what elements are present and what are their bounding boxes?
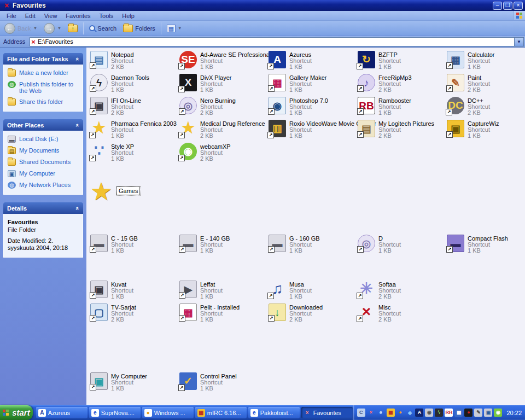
place-my-network-places[interactable]: ◍ My Network Places <box>8 182 79 189</box>
item-calculator[interactable]: ▦CalculatorShortcut1 KB <box>447 51 525 74</box>
back-button[interactable]: ← Back ▼ <box>2 22 39 35</box>
menu-file[interactable]: File <box>2 11 21 20</box>
utility-tray-icon[interactable]: ◉ <box>425 409 433 417</box>
item-downloaded[interactable]: ↓DownloadedShortcut2 KB <box>269 304 358 326</box>
taskbar-button-suprnova[interactable]: eSuprNova.... <box>89 407 141 418</box>
item-drive-e[interactable]: ▬E - 140 GBShortcut1 KB <box>179 235 269 258</box>
taskbar-button-favourites[interactable]: ×Favourites <box>301 407 353 418</box>
item-nero-burning[interactable]: ◎Nero BurningShortcut2 KB <box>179 97 269 120</box>
display-tray-icon[interactable]: ▣ <box>484 409 492 417</box>
azureus-tray-icon[interactable]: A <box>415 409 423 417</box>
restore-button[interactable]: ❐ <box>503 2 512 10</box>
forward-dropdown-icon[interactable]: ▼ <box>57 26 61 31</box>
task-publish-to-web[interactable]: ◍ Publish this folder to the Web <box>8 81 79 94</box>
item-azureus[interactable]: AAzureusShortcut1 KB <box>269 51 358 74</box>
place-local-disk-e[interactable]: ▬ Local Disk (E:) <box>8 136 79 143</box>
messenger-tray-icon[interactable]: ▦ <box>454 409 463 417</box>
item-my-computer[interactable]: ▣My ComputerShortcut1 KB <box>90 372 179 395</box>
dc-plus-plus-tray-icon[interactable]: ● <box>464 409 472 417</box>
download-folder-icon: ↓ <box>269 304 286 321</box>
taskbar: start AAzureus eSuprNova.... ●Windows ..… <box>0 405 525 420</box>
rambooster-tray-icon[interactable]: RR <box>445 409 453 417</box>
task-share-folder[interactable]: Share this folder <box>8 98 79 106</box>
up-button[interactable]: ↑ <box>66 24 80 33</box>
item-gallery-maker[interactable]: ▦Gallery MakerShortcut1 KB <box>269 74 358 97</box>
taskbar-button-windows[interactable]: ●Windows ... <box>142 407 194 418</box>
taskbar-button-azureus[interactable]: AAzureus <box>36 407 88 418</box>
item-drive-d[interactable]: ◎DShortcut1 KB <box>358 235 447 258</box>
freeripmp3-icon: ♪ <box>358 74 375 91</box>
item-games-renaming[interactable]: ★ Games <box>90 183 140 204</box>
games-star-icon: ★ <box>90 183 112 204</box>
program-icon[interactable]: C <box>357 409 365 417</box>
menu-view[interactable]: View <box>40 11 62 20</box>
item-capturewiz[interactable]: ▣CaptureWizShortcut1 KB <box>447 120 525 143</box>
views-button[interactable]: ▦ ▼ <box>165 24 184 33</box>
item-musa[interactable]: ♫MusaShortcut1 KB <box>269 281 358 304</box>
item-rambooster[interactable]: RBRamboosterShortcut1 KB <box>358 97 447 120</box>
back-dropdown-icon[interactable]: ▼ <box>33 26 37 31</box>
place-my-computer[interactable]: ▣ My Computer <box>8 170 79 177</box>
details-folder-type: File Folder <box>8 226 79 233</box>
item-pelit-installed[interactable]: ▦Pelit - InstalledShortcut1 KB <box>179 304 269 326</box>
rambooster-icon: RB <box>358 97 375 114</box>
item-bzftp[interactable]: ↻BZFTPShortcut1 KB <box>358 51 447 74</box>
item-divx-player[interactable]: XDivX PlayerShortcut1 KB <box>179 74 269 97</box>
item-drive-c[interactable]: ▬C - 15 GBShortcut1 KB <box>90 235 179 258</box>
menu-favorites[interactable]: Favorites <box>61 11 95 20</box>
rename-input[interactable]: Games <box>116 186 140 195</box>
collapse-chevron-icon[interactable]: « <box>74 57 81 60</box>
forward-button[interactable]: → ▼ <box>42 22 63 35</box>
panel-header-file-folder-tasks[interactable]: File and Folder Tasks « <box>3 53 83 65</box>
broken-x-icon[interactable]: × <box>367 409 375 417</box>
item-dc-plus-plus[interactable]: DCDC++Shortcut2 KB <box>447 97 525 120</box>
collapse-chevron-icon[interactable]: « <box>74 123 81 126</box>
daemon-tools-tray-icon[interactable]: ϟ <box>435 409 443 417</box>
webcamxp-tray-icon[interactable]: ◉ <box>494 409 502 417</box>
panel-header-other-places[interactable]: Other Places « <box>3 119 83 131</box>
item-paint[interactable]: ✎PaintShortcut2 KB <box>447 74 525 97</box>
menu-tools[interactable]: Tools <box>95 11 118 20</box>
close-button[interactable]: × <box>514 2 523 10</box>
taskbar-button-mirc[interactable]: ▦mIRC 6.16... <box>195 407 247 418</box>
pen-tray-icon[interactable]: ✎ <box>474 409 482 417</box>
minimize-button[interactable]: – <box>493 2 502 10</box>
menu-help[interactable]: Help <box>118 11 139 20</box>
item-notepad[interactable]: ▤NotepadShortcut2 KB <box>90 51 179 74</box>
item-control-panel[interactable]: ✓Control PanelShortcut1 KB <box>179 372 269 395</box>
item-kuvat[interactable]: ▣KuvatShortcut1 KB <box>90 281 179 304</box>
panel-header-details[interactable]: Details « <box>3 202 83 214</box>
item-photoshop[interactable]: ◉Photoshop 7.0Shortcut1 KB <box>269 97 358 120</box>
item-webcamxp[interactable]: ◉webcamXPShortcut2 KB <box>179 143 269 166</box>
item-style-xp[interactable]: ∵Style XPShortcut1 KB <box>90 143 179 166</box>
mirc-icon[interactable]: ▦ <box>387 409 395 417</box>
item-ad-aware[interactable]: SEAd-Aware SE ProfessionalShortcut1 KB <box>179 51 269 74</box>
item-ifi-online[interactable]: ▣IFI On-LineShortcut2 KB <box>90 97 179 120</box>
item-tv-sarjat[interactable]: ▢TV-SarjatShortcut2 KB <box>90 304 179 326</box>
search-button[interactable]: Search <box>87 24 119 33</box>
views-dropdown-icon[interactable]: ▼ <box>178 26 182 31</box>
item-drive-g[interactable]: ▬G - 160 GBShortcut1 KB <box>269 235 358 258</box>
item-leffat[interactable]: ▶LeffatShortcut1 KB <box>179 281 269 304</box>
address-dropdown-button[interactable]: ▼ <box>515 37 524 46</box>
place-my-documents[interactable]: ▤ My Documents <box>8 147 79 154</box>
address-input[interactable]: × E:\Favourites <box>30 37 515 46</box>
media-player-icon[interactable]: ● <box>396 409 405 417</box>
item-medical-drug-reference[interactable]: ★Medical Drug ReferenceShortcut2 KB <box>179 120 269 143</box>
item-roxio-videowave[interactable]: ▥Roxio VideoWave Movie CreatorShortcut1 … <box>269 120 358 143</box>
item-daemon-tools[interactable]: ϟDaemon ToolsShortcut1 KB <box>90 74 179 97</box>
item-misc[interactable]: ×MiscShortcut2 KB <box>358 304 447 326</box>
start-button[interactable]: start <box>0 405 33 420</box>
collapse-chevron-icon[interactable]: « <box>74 206 81 209</box>
internet-explorer-icon[interactable]: e <box>377 409 385 417</box>
taskbar-button-pakkotoist[interactable]: ePakkotoist... <box>248 407 300 418</box>
item-pharmaca-fennica[interactable]: ★Pharmaca Fennica 2003Shortcut1 KB <box>90 120 179 143</box>
folders-button[interactable]: Folders <box>121 24 158 33</box>
item-softaa[interactable]: ✳SoftaaShortcut2 KB <box>358 281 447 304</box>
item-my-logitech-pictures[interactable]: ▤My Logitech PicturesShortcut2 KB <box>358 120 447 143</box>
task-make-new-folder[interactable]: Make a new folder <box>8 69 79 77</box>
item-compact-flash[interactable]: ▬Compact FlashShortcut1 KB <box>447 235 525 258</box>
item-freeripmp3[interactable]: ♪FreeRipMp3Shortcut2 KB <box>358 74 447 97</box>
menu-edit[interactable]: Edit <box>21 11 40 20</box>
place-shared-documents[interactable]: Shared Documents <box>8 159 79 166</box>
